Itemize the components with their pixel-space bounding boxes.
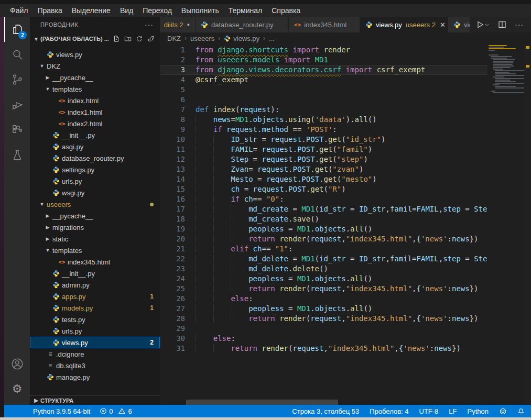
code-line-15[interactable]: 15 ch = request.POST.get("R") — [160, 184, 487, 194]
code-line-10[interactable]: 10 ID_str = request.POST.get("id_str") — [160, 135, 487, 145]
code-line-3[interactable]: 3from django.views.decorators.csrf impor… — [160, 65, 487, 75]
tree-folder-templates[interactable]: ▼templates — [30, 83, 160, 95]
more-actions-icon[interactable]: ··· — [145, 20, 154, 29]
code-line-27[interactable]: 27 peopless = MD1.objects.all() — [160, 304, 487, 314]
code-line-19[interactable]: 19 peopless = MD1.objects.all() — [160, 224, 487, 234]
close-tab-icon[interactable]: ✕ — [440, 21, 446, 29]
code-editor[interactable]: 1from django.shortcuts import render2fro… — [160, 44, 531, 405]
account-icon[interactable] — [4, 351, 30, 377]
tree-file-models-py[interactable]: models.py1 — [30, 302, 160, 314]
code-line-28[interactable]: 28 return render(request,"index345.html"… — [160, 314, 487, 324]
indentation-setting[interactable]: Пробелов: 4 — [370, 407, 408, 415]
tree-file-urls-py[interactable]: urls.py — [30, 175, 160, 187]
python-interpreter[interactable]: Python 3.9.5 64-bit — [33, 407, 90, 415]
code-line-11[interactable]: 11 FAMIL= request.POST.get("famil") — [160, 145, 487, 154]
workspace-section-header[interactable]: ▼ (РАБОЧАЯ ОБЛАСТЬ) ... — [30, 32, 160, 45]
tree-folder-templates[interactable]: ▼templates — [30, 245, 160, 256]
code-line-13[interactable]: 13 Zvan= request.POST.get("zvan") — [160, 164, 487, 174]
new-file-icon[interactable] — [113, 35, 120, 42]
language-mode[interactable]: Python — [468, 407, 489, 415]
tree-file-apps-py[interactable]: apps.py1 — [30, 291, 160, 302]
code-line-9[interactable]: 9 if request.method == 'POST': — [160, 125, 487, 135]
tab-index345-html[interactable]: <>index345.html — [289, 17, 360, 32]
tree-file-tests-py[interactable]: tests.py — [30, 314, 160, 325]
more-actions-icon[interactable]: ··· — [515, 20, 524, 29]
tab-vie[interactable]: vie — [448, 17, 470, 32]
tree-file-settings-py[interactable]: settings.py — [30, 164, 160, 175]
tree-file-index345-html[interactable]: <>index345.html — [30, 256, 160, 268]
tree-file-manage-py[interactable]: manage.py — [30, 371, 160, 383]
testing-icon[interactable] — [4, 142, 30, 168]
code-line-17[interactable]: 17 md_create = MD1(id_str = ID_str,famil… — [160, 204, 487, 214]
tree-folder--pycache-[interactable]: ▶__pycache__ — [30, 72, 160, 83]
code-line-6[interactable]: 6 — [160, 95, 487, 105]
tree-file-wsgi-py[interactable]: wsgi.py — [30, 187, 160, 198]
breadcrumb[interactable]: DKZ›useeers›views.py›... — [160, 32, 531, 44]
settings-gear-icon[interactable]: ⚙ — [4, 377, 30, 402]
tree-folder-static[interactable]: ▶static — [30, 233, 160, 245]
menu-item-правка[interactable]: Правка — [32, 4, 67, 17]
code-line-16[interactable]: 16 if ch== "0": — [160, 194, 487, 204]
new-folder-icon[interactable] — [124, 35, 132, 42]
refresh-icon[interactable] — [136, 35, 143, 42]
tree-file-asgi-py[interactable]: asgi.py — [30, 141, 160, 152]
collapse-all-icon[interactable] — [147, 35, 155, 42]
code-line-14[interactable]: 14 Mesto = request.POST.get("mesto") — [160, 174, 487, 184]
code-line-29[interactable]: 29 — [160, 324, 487, 334]
code-line-20[interactable]: 20 return render(request,"index345.html"… — [160, 234, 487, 244]
extensions-icon[interactable] — [4, 117, 30, 142]
menu-item-переход[interactable]: Переход — [138, 4, 177, 17]
code-line-30[interactable]: 30 else: — [160, 334, 487, 344]
breadcrumb-item[interactable]: useeers — [190, 35, 214, 42]
breadcrumb-item[interactable]: DKZ — [167, 35, 181, 42]
encoding-setting[interactable]: UTF-8 — [419, 407, 439, 415]
code-line-1[interactable]: 1from django.shortcuts import render — [160, 45, 487, 55]
breadcrumb-item[interactable]: ... — [269, 35, 275, 42]
chevron-down-icon[interactable] — [484, 22, 490, 27]
tree-folder-useeers[interactable]: ▼useeers — [30, 198, 160, 210]
search-icon[interactable] — [4, 42, 30, 67]
menu-item-файл[interactable]: Файл — [5, 4, 32, 17]
code-line-31[interactable]: 31 return render(request,"index345.html"… — [160, 344, 487, 353]
tree-file-urls-py[interactable]: urls.py — [30, 325, 160, 337]
tree-file--dcignore[interactable]: ≡.dcignore — [30, 348, 160, 360]
code-line-4[interactable]: 4@csrf_exempt — [160, 75, 487, 85]
code-line-21[interactable]: 21 elif ch== "1": — [160, 244, 487, 254]
tree-folder-migrations[interactable]: ▶migrations — [30, 222, 160, 233]
tree-file-database-roouter-py[interactable]: database_roouter.py — [30, 152, 160, 164]
horizontal-scrollbar[interactable] — [186, 400, 338, 405]
code-line-2[interactable]: 2from useeers.models import MD1 — [160, 55, 487, 65]
notifications-bell-icon[interactable] — [517, 407, 525, 415]
tab-views-py[interactable]: views.pyuseeers 2✕ — [360, 17, 448, 32]
code-line-18[interactable]: 18 md_create.save() — [160, 214, 487, 224]
tree-folder-dkz[interactable]: ▼DKZ — [30, 60, 160, 72]
menu-item-справка[interactable]: Справка — [267, 4, 305, 17]
menu-item-выполнить[interactable]: Выполнить — [177, 4, 224, 17]
minimap[interactable] — [487, 45, 524, 94]
outline-section-header[interactable]: ▶ СТРУКТУРА — [30, 395, 160, 405]
code-line-23[interactable]: 23 md_delete.delete() — [160, 264, 487, 274]
tree-file--init-py[interactable]: __init__.py — [30, 268, 160, 279]
menu-item-выделение[interactable]: Выделение — [67, 4, 115, 17]
code-line-24[interactable]: 24 peopless = MD1.objects.all() — [160, 274, 487, 284]
menu-item-вид[interactable]: Вид — [115, 4, 138, 17]
feedback-icon[interactable] — [499, 407, 507, 415]
code-line-5[interactable]: 5 — [160, 85, 487, 95]
tree-folder--pycache-[interactable]: ▶__pycache__ — [30, 210, 160, 222]
code-line-12[interactable]: 12 Step = request.POST.get("step") — [160, 154, 487, 164]
tree-file-admin-py[interactable]: admin.py — [30, 279, 160, 291]
tree-file-views-py[interactable]: views.py — [30, 49, 160, 60]
tree-file-index-html[interactable]: <>index.html — [30, 95, 160, 106]
problems-indicator[interactable]: 0 6 — [100, 407, 132, 415]
overview-ruler[interactable] — [524, 44, 531, 405]
tree-file-index1-html[interactable]: <>index1.html — [30, 106, 160, 118]
tree-file--init-py[interactable]: __init__.py — [30, 129, 160, 141]
code-line-7[interactable]: 7def index(request): — [160, 105, 487, 115]
code-line-22[interactable]: 22 md_delete = MD1(id_str = ID_str,famil… — [160, 254, 487, 264]
run-python-button[interactable] — [476, 20, 490, 29]
tree-file-views-py[interactable]: views.py2 — [30, 337, 160, 348]
tree-file-db-sqlite3[interactable]: ≡db.sqlite3 — [30, 360, 160, 371]
split-editor-icon[interactable] — [498, 20, 506, 29]
code-line-26[interactable]: 26 else: — [160, 294, 487, 304]
code-line-8[interactable]: 8 news=MD1.objects.using('daata').all() — [160, 115, 487, 125]
